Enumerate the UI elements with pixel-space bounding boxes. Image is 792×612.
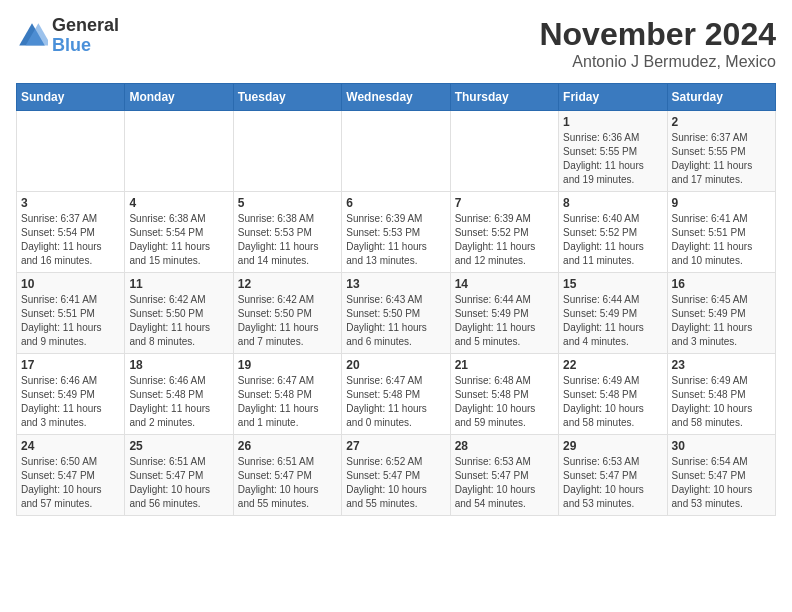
calendar-cell (17, 111, 125, 192)
day-info: Sunrise: 6:54 AM Sunset: 5:47 PM Dayligh… (672, 456, 753, 509)
logo-text: General Blue (52, 16, 119, 56)
day-info: Sunrise: 6:39 AM Sunset: 5:53 PM Dayligh… (346, 213, 427, 266)
logo: General Blue (16, 16, 119, 56)
calendar-cell: 1Sunrise: 6:36 AM Sunset: 5:55 PM Daylig… (559, 111, 667, 192)
day-info: Sunrise: 6:49 AM Sunset: 5:48 PM Dayligh… (563, 375, 644, 428)
day-number: 9 (672, 196, 771, 210)
day-number: 20 (346, 358, 445, 372)
day-info: Sunrise: 6:51 AM Sunset: 5:47 PM Dayligh… (129, 456, 210, 509)
calendar-cell: 10Sunrise: 6:41 AM Sunset: 5:51 PM Dayli… (17, 273, 125, 354)
day-info: Sunrise: 6:42 AM Sunset: 5:50 PM Dayligh… (238, 294, 319, 347)
title-area: November 2024 Antonio J Bermudez, Mexico (539, 16, 776, 71)
day-number: 2 (672, 115, 771, 129)
calendar-cell: 15Sunrise: 6:44 AM Sunset: 5:49 PM Dayli… (559, 273, 667, 354)
day-info: Sunrise: 6:51 AM Sunset: 5:47 PM Dayligh… (238, 456, 319, 509)
calendar-cell: 17Sunrise: 6:46 AM Sunset: 5:49 PM Dayli… (17, 354, 125, 435)
calendar-week-3: 17Sunrise: 6:46 AM Sunset: 5:49 PM Dayli… (17, 354, 776, 435)
subtitle: Antonio J Bermudez, Mexico (539, 53, 776, 71)
calendar-cell: 25Sunrise: 6:51 AM Sunset: 5:47 PM Dayli… (125, 435, 233, 516)
day-info: Sunrise: 6:53 AM Sunset: 5:47 PM Dayligh… (455, 456, 536, 509)
day-info: Sunrise: 6:44 AM Sunset: 5:49 PM Dayligh… (455, 294, 536, 347)
day-info: Sunrise: 6:45 AM Sunset: 5:49 PM Dayligh… (672, 294, 753, 347)
calendar-cell: 22Sunrise: 6:49 AM Sunset: 5:48 PM Dayli… (559, 354, 667, 435)
logo-icon (16, 20, 48, 52)
header-day-tuesday: Tuesday (233, 84, 341, 111)
day-number: 4 (129, 196, 228, 210)
day-number: 25 (129, 439, 228, 453)
calendar-week-4: 24Sunrise: 6:50 AM Sunset: 5:47 PM Dayli… (17, 435, 776, 516)
header-day-wednesday: Wednesday (342, 84, 450, 111)
calendar-cell: 11Sunrise: 6:42 AM Sunset: 5:50 PM Dayli… (125, 273, 233, 354)
day-number: 26 (238, 439, 337, 453)
day-info: Sunrise: 6:38 AM Sunset: 5:54 PM Dayligh… (129, 213, 210, 266)
day-info: Sunrise: 6:52 AM Sunset: 5:47 PM Dayligh… (346, 456, 427, 509)
day-info: Sunrise: 6:41 AM Sunset: 5:51 PM Dayligh… (21, 294, 102, 347)
day-info: Sunrise: 6:39 AM Sunset: 5:52 PM Dayligh… (455, 213, 536, 266)
calendar-cell (450, 111, 558, 192)
day-number: 6 (346, 196, 445, 210)
day-number: 22 (563, 358, 662, 372)
calendar-cell: 13Sunrise: 6:43 AM Sunset: 5:50 PM Dayli… (342, 273, 450, 354)
day-number: 11 (129, 277, 228, 291)
day-info: Sunrise: 6:49 AM Sunset: 5:48 PM Dayligh… (672, 375, 753, 428)
calendar-body: 1Sunrise: 6:36 AM Sunset: 5:55 PM Daylig… (17, 111, 776, 516)
day-number: 14 (455, 277, 554, 291)
calendar-cell: 4Sunrise: 6:38 AM Sunset: 5:54 PM Daylig… (125, 192, 233, 273)
day-number: 28 (455, 439, 554, 453)
day-number: 7 (455, 196, 554, 210)
day-number: 12 (238, 277, 337, 291)
day-number: 3 (21, 196, 120, 210)
calendar-cell: 9Sunrise: 6:41 AM Sunset: 5:51 PM Daylig… (667, 192, 775, 273)
calendar-cell: 18Sunrise: 6:46 AM Sunset: 5:48 PM Dayli… (125, 354, 233, 435)
calendar-cell: 12Sunrise: 6:42 AM Sunset: 5:50 PM Dayli… (233, 273, 341, 354)
day-info: Sunrise: 6:36 AM Sunset: 5:55 PM Dayligh… (563, 132, 644, 185)
calendar-week-0: 1Sunrise: 6:36 AM Sunset: 5:55 PM Daylig… (17, 111, 776, 192)
day-info: Sunrise: 6:47 AM Sunset: 5:48 PM Dayligh… (346, 375, 427, 428)
calendar-cell (125, 111, 233, 192)
day-number: 30 (672, 439, 771, 453)
calendar-cell: 24Sunrise: 6:50 AM Sunset: 5:47 PM Dayli… (17, 435, 125, 516)
header-day-sunday: Sunday (17, 84, 125, 111)
header-day-monday: Monday (125, 84, 233, 111)
calendar-cell: 5Sunrise: 6:38 AM Sunset: 5:53 PM Daylig… (233, 192, 341, 273)
calendar-week-2: 10Sunrise: 6:41 AM Sunset: 5:51 PM Dayli… (17, 273, 776, 354)
day-number: 10 (21, 277, 120, 291)
day-number: 17 (21, 358, 120, 372)
calendar-cell: 30Sunrise: 6:54 AM Sunset: 5:47 PM Dayli… (667, 435, 775, 516)
main-title: November 2024 (539, 16, 776, 53)
day-number: 23 (672, 358, 771, 372)
header-day-saturday: Saturday (667, 84, 775, 111)
day-info: Sunrise: 6:41 AM Sunset: 5:51 PM Dayligh… (672, 213, 753, 266)
day-number: 21 (455, 358, 554, 372)
day-number: 18 (129, 358, 228, 372)
calendar-cell: 8Sunrise: 6:40 AM Sunset: 5:52 PM Daylig… (559, 192, 667, 273)
calendar-cell: 26Sunrise: 6:51 AM Sunset: 5:47 PM Dayli… (233, 435, 341, 516)
calendar-cell: 21Sunrise: 6:48 AM Sunset: 5:48 PM Dayli… (450, 354, 558, 435)
calendar-cell: 14Sunrise: 6:44 AM Sunset: 5:49 PM Dayli… (450, 273, 558, 354)
day-number: 24 (21, 439, 120, 453)
day-number: 8 (563, 196, 662, 210)
logo-general-text: General (52, 16, 119, 36)
day-info: Sunrise: 6:43 AM Sunset: 5:50 PM Dayligh… (346, 294, 427, 347)
calendar-cell: 27Sunrise: 6:52 AM Sunset: 5:47 PM Dayli… (342, 435, 450, 516)
calendar-table: SundayMondayTuesdayWednesdayThursdayFrid… (16, 83, 776, 516)
calendar-cell: 28Sunrise: 6:53 AM Sunset: 5:47 PM Dayli… (450, 435, 558, 516)
day-info: Sunrise: 6:50 AM Sunset: 5:47 PM Dayligh… (21, 456, 102, 509)
day-info: Sunrise: 6:53 AM Sunset: 5:47 PM Dayligh… (563, 456, 644, 509)
day-info: Sunrise: 6:46 AM Sunset: 5:49 PM Dayligh… (21, 375, 102, 428)
header: General Blue November 2024 Antonio J Ber… (16, 16, 776, 71)
day-number: 15 (563, 277, 662, 291)
day-info: Sunrise: 6:44 AM Sunset: 5:49 PM Dayligh… (563, 294, 644, 347)
day-number: 16 (672, 277, 771, 291)
day-info: Sunrise: 6:40 AM Sunset: 5:52 PM Dayligh… (563, 213, 644, 266)
calendar-cell (342, 111, 450, 192)
day-number: 5 (238, 196, 337, 210)
day-info: Sunrise: 6:38 AM Sunset: 5:53 PM Dayligh… (238, 213, 319, 266)
day-number: 13 (346, 277, 445, 291)
logo-blue-text: Blue (52, 36, 119, 56)
day-info: Sunrise: 6:37 AM Sunset: 5:54 PM Dayligh… (21, 213, 102, 266)
calendar-cell: 2Sunrise: 6:37 AM Sunset: 5:55 PM Daylig… (667, 111, 775, 192)
calendar-cell: 29Sunrise: 6:53 AM Sunset: 5:47 PM Dayli… (559, 435, 667, 516)
calendar-cell: 6Sunrise: 6:39 AM Sunset: 5:53 PM Daylig… (342, 192, 450, 273)
day-number: 1 (563, 115, 662, 129)
